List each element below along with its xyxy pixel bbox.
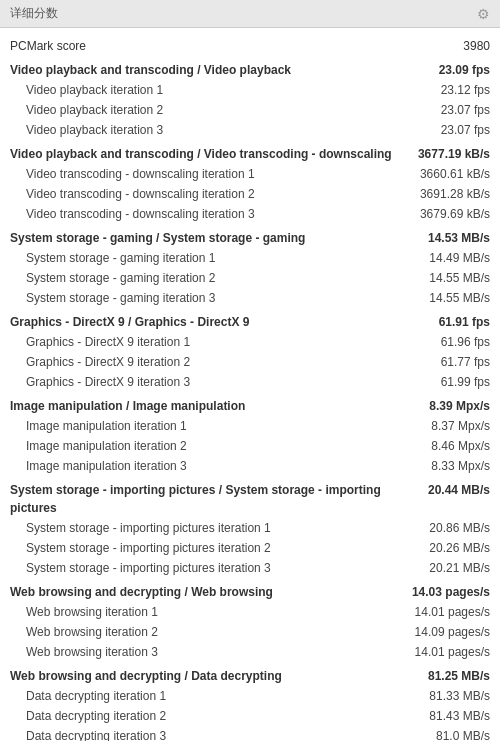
row-value: 8.37 Mpx/s (400, 417, 490, 435)
table-row: Video transcoding - downscaling iteratio… (10, 204, 490, 224)
table-row: System storage - gaming iteration 314.55… (10, 288, 490, 308)
table-row: Video playback iteration 223.07 fps (10, 100, 490, 120)
row-value: 61.77 fps (400, 353, 490, 371)
row-value: 20.26 MB/s (400, 539, 490, 557)
table-row: Video transcoding - downscaling iteratio… (10, 164, 490, 184)
table-row: Web browsing iteration 114.01 pages/s (10, 602, 490, 622)
row-label: Graphics - DirectX 9 iteration 2 (26, 353, 400, 371)
table-row: Web browsing and decrypting / Web browsi… (10, 582, 490, 602)
row-value: 23.07 fps (400, 121, 490, 139)
row-label: System storage - importing pictures / Sy… (10, 481, 400, 517)
score-table: PCMark score3980Video playback and trans… (0, 28, 500, 741)
table-row: System storage - gaming iteration 114.49… (10, 248, 490, 268)
row-value: 20.86 MB/s (400, 519, 490, 537)
row-value: 14.55 MB/s (400, 269, 490, 287)
row-label: Video playback iteration 2 (26, 101, 400, 119)
details-gear-icon[interactable]: ⚙ (477, 6, 490, 22)
table-row: Graphics - DirectX 9 iteration 361.99 fp… (10, 372, 490, 392)
row-label: System storage - gaming iteration 1 (26, 249, 400, 267)
row-label: Graphics - DirectX 9 iteration 3 (26, 373, 400, 391)
details-section: 详细分数 ⚙ PCMark score3980Video playback an… (0, 0, 500, 741)
row-label: Image manipulation iteration 3 (26, 457, 400, 475)
table-row: Video playback iteration 323.07 fps (10, 120, 490, 140)
table-row: Graphics - DirectX 9 iteration 161.96 fp… (10, 332, 490, 352)
table-row: Image manipulation iteration 38.33 Mpx/s (10, 456, 490, 476)
row-label: System storage - gaming iteration 3 (26, 289, 400, 307)
table-row: Data decrypting iteration 381.0 MB/s (10, 726, 490, 741)
table-row: PCMark score3980 (10, 36, 490, 56)
row-label: PCMark score (10, 37, 400, 55)
row-label: Video transcoding - downscaling iteratio… (26, 165, 400, 183)
row-label: System storage - importing pictures iter… (26, 539, 400, 557)
row-value: 3691.28 kB/s (400, 185, 490, 203)
row-value: 14.49 MB/s (400, 249, 490, 267)
details-header: 详细分数 ⚙ (0, 0, 500, 28)
table-row: System storage - gaming iteration 214.55… (10, 268, 490, 288)
row-value: 20.21 MB/s (400, 559, 490, 577)
table-row: Graphics - DirectX 9 iteration 261.77 fp… (10, 352, 490, 372)
row-label: System storage - gaming / System storage… (10, 229, 400, 247)
row-label: Image manipulation / Image manipulation (10, 397, 400, 415)
table-row: Video playback iteration 123.12 fps (10, 80, 490, 100)
row-value: 61.96 fps (400, 333, 490, 351)
row-label: Video transcoding - downscaling iteratio… (26, 205, 400, 223)
row-value: 14.55 MB/s (400, 289, 490, 307)
row-label: Video playback and transcoding / Video t… (10, 145, 400, 163)
row-label: Data decrypting iteration 2 (26, 707, 400, 725)
row-label: Video playback and transcoding / Video p… (10, 61, 400, 79)
row-value: 14.09 pages/s (400, 623, 490, 641)
row-value: 3660.61 kB/s (400, 165, 490, 183)
row-label: Graphics - DirectX 9 iteration 1 (26, 333, 400, 351)
row-label: Image manipulation iteration 2 (26, 437, 400, 455)
table-row: Video playback and transcoding / Video t… (10, 144, 490, 164)
row-label: Web browsing iteration 3 (26, 643, 400, 661)
row-value: 14.01 pages/s (400, 643, 490, 661)
row-value: 20.44 MB/s (400, 481, 490, 499)
table-row: System storage - importing pictures / Sy… (10, 480, 490, 518)
row-label: Image manipulation iteration 1 (26, 417, 400, 435)
row-label: System storage - importing pictures iter… (26, 519, 400, 537)
row-value: 81.0 MB/s (400, 727, 490, 741)
row-label: Video transcoding - downscaling iteratio… (26, 185, 400, 203)
row-value: 23.07 fps (400, 101, 490, 119)
row-value: 81.43 MB/s (400, 707, 490, 725)
table-row: Graphics - DirectX 9 / Graphics - Direct… (10, 312, 490, 332)
row-label: System storage - gaming iteration 2 (26, 269, 400, 287)
row-value: 8.46 Mpx/s (400, 437, 490, 455)
table-row: System storage - importing pictures iter… (10, 518, 490, 538)
row-label: Graphics - DirectX 9 / Graphics - Direct… (10, 313, 400, 331)
row-value: 81.25 MB/s (400, 667, 490, 685)
row-value: 14.01 pages/s (400, 603, 490, 621)
table-row: System storage - importing pictures iter… (10, 538, 490, 558)
row-value: 3679.69 kB/s (400, 205, 490, 223)
row-value: 3677.19 kB/s (400, 145, 490, 163)
row-label: Data decrypting iteration 1 (26, 687, 400, 705)
table-row: Data decrypting iteration 281.43 MB/s (10, 706, 490, 726)
row-label: Web browsing and decrypting / Data decry… (10, 667, 400, 685)
row-label: Video playback iteration 3 (26, 121, 400, 139)
table-row: Image manipulation iteration 18.37 Mpx/s (10, 416, 490, 436)
table-row: Image manipulation / Image manipulation8… (10, 396, 490, 416)
table-row: Data decrypting iteration 181.33 MB/s (10, 686, 490, 706)
row-value: 14.53 MB/s (400, 229, 490, 247)
row-label: Web browsing iteration 2 (26, 623, 400, 641)
table-row: Video playback and transcoding / Video p… (10, 60, 490, 80)
row-label: Web browsing iteration 1 (26, 603, 400, 621)
table-row: Web browsing iteration 214.09 pages/s (10, 622, 490, 642)
row-value: 23.09 fps (400, 61, 490, 79)
row-label: Web browsing and decrypting / Web browsi… (10, 583, 400, 601)
table-row: Web browsing iteration 314.01 pages/s (10, 642, 490, 662)
row-value: 14.03 pages/s (400, 583, 490, 601)
row-value: 23.12 fps (400, 81, 490, 99)
table-row: System storage - gaming / System storage… (10, 228, 490, 248)
row-value: 8.33 Mpx/s (400, 457, 490, 475)
table-row: Image manipulation iteration 28.46 Mpx/s (10, 436, 490, 456)
table-row: Web browsing and decrypting / Data decry… (10, 666, 490, 686)
row-label: Data decrypting iteration 3 (26, 727, 400, 741)
row-value: 3980 (400, 37, 490, 55)
row-label: Video playback iteration 1 (26, 81, 400, 99)
row-value: 61.91 fps (400, 313, 490, 331)
row-value: 81.33 MB/s (400, 687, 490, 705)
details-title: 详细分数 (10, 5, 58, 22)
row-value: 61.99 fps (400, 373, 490, 391)
